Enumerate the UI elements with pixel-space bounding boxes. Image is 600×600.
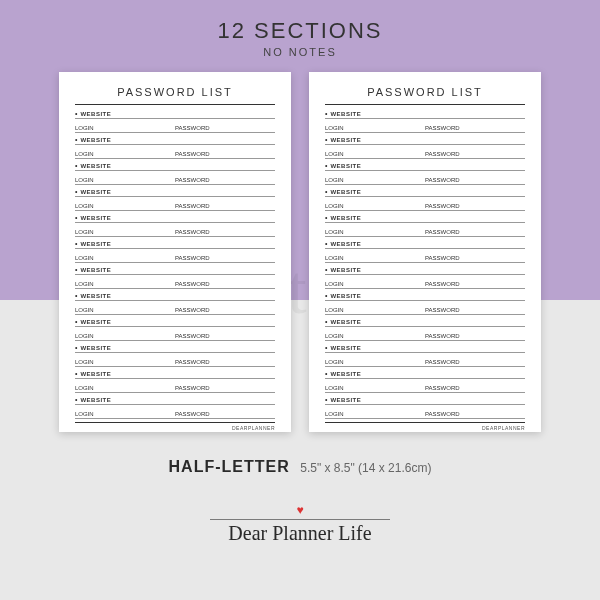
website-row: •WEBSITE xyxy=(325,240,525,249)
website-row: •WEBSITE xyxy=(325,396,525,405)
website-row: •WEBSITE xyxy=(325,214,525,223)
page-footer: DEARPLANNER xyxy=(325,425,525,431)
login-password-row: LOGINPASSWORD xyxy=(325,385,525,393)
website-row: •WEBSITE xyxy=(75,370,275,379)
website-row: •WEBSITE xyxy=(75,240,275,249)
password-section: •WEBSITELOGINPASSWORD xyxy=(75,393,275,419)
login-password-row: LOGINPASSWORD xyxy=(325,359,525,367)
bullet-icon: • xyxy=(75,318,77,325)
brand-block: ♥ Dear Planner Life xyxy=(0,504,600,545)
login-label: LOGIN xyxy=(75,307,175,313)
bullet-icon: • xyxy=(325,396,327,403)
password-section: •WEBSITELOGINPASSWORD xyxy=(325,341,525,367)
login-password-row: LOGINPASSWORD xyxy=(325,125,525,133)
login-label: LOGIN xyxy=(325,151,425,157)
bullet-icon: • xyxy=(75,188,77,195)
login-password-row: LOGINPASSWORD xyxy=(325,151,525,159)
password-section: •WEBSITELOGINPASSWORD xyxy=(75,185,275,211)
website-label: WEBSITE xyxy=(330,345,361,351)
login-label: LOGIN xyxy=(75,385,175,391)
login-password-row: LOGINPASSWORD xyxy=(75,151,275,159)
login-password-row: LOGINPASSWORD xyxy=(75,411,275,419)
sections-container: •WEBSITELOGINPASSWORD•WEBSITELOGINPASSWO… xyxy=(75,107,275,419)
password-section: •WEBSITELOGINPASSWORD xyxy=(75,107,275,133)
password-section: •WEBSITELOGINPASSWORD xyxy=(325,393,525,419)
password-section: •WEBSITELOGINPASSWORD xyxy=(325,185,525,211)
top-rule xyxy=(75,104,275,105)
password-section: •WEBSITELOGINPASSWORD xyxy=(75,159,275,185)
login-password-row: LOGINPASSWORD xyxy=(75,255,275,263)
website-row: •WEBSITE xyxy=(325,318,525,327)
password-label: PASSWORD xyxy=(425,203,525,209)
website-label: WEBSITE xyxy=(330,111,361,117)
website-label: WEBSITE xyxy=(80,215,111,221)
login-label: LOGIN xyxy=(325,255,425,261)
size-dimensions: 5.5" x 8.5" (14 x 21.6cm) xyxy=(300,461,431,475)
password-section: •WEBSITELOGINPASSWORD xyxy=(325,315,525,341)
password-label: PASSWORD xyxy=(175,411,275,417)
bottom-rule xyxy=(325,422,525,423)
login-password-row: LOGINPASSWORD xyxy=(75,385,275,393)
login-password-row: LOGINPASSWORD xyxy=(325,411,525,419)
login-label: LOGIN xyxy=(75,151,175,157)
password-label: PASSWORD xyxy=(425,125,525,131)
password-label: PASSWORD xyxy=(425,229,525,235)
password-section: •WEBSITELOGINPASSWORD xyxy=(75,341,275,367)
login-label: LOGIN xyxy=(325,385,425,391)
password-section: •WEBSITELOGINPASSWORD xyxy=(75,263,275,289)
password-section: •WEBSITELOGINPASSWORD xyxy=(75,367,275,393)
login-label: LOGIN xyxy=(75,359,175,365)
bottom-rule xyxy=(75,422,275,423)
password-label: PASSWORD xyxy=(175,255,275,261)
website-label: WEBSITE xyxy=(330,371,361,377)
password-section: •WEBSITELOGINPASSWORD xyxy=(75,315,275,341)
website-row: •WEBSITE xyxy=(75,214,275,223)
login-password-row: LOGINPASSWORD xyxy=(325,177,525,185)
password-label: PASSWORD xyxy=(425,359,525,365)
page-title: PASSWORD LIST xyxy=(75,86,275,98)
sections-container: •WEBSITELOGINPASSWORD•WEBSITELOGINPASSWO… xyxy=(325,107,525,419)
website-label: WEBSITE xyxy=(330,137,361,143)
password-section: •WEBSITELOGINPASSWORD xyxy=(325,289,525,315)
website-row: •WEBSITE xyxy=(75,292,275,301)
login-password-row: LOGINPASSWORD xyxy=(325,255,525,263)
website-label: WEBSITE xyxy=(330,267,361,273)
login-password-row: LOGINPASSWORD xyxy=(325,203,525,211)
brand-name: Dear Planner Life xyxy=(0,522,600,545)
login-label: LOGIN xyxy=(325,203,425,209)
login-label: LOGIN xyxy=(75,255,175,261)
page-preview-right: PASSWORD LIST •WEBSITELOGINPASSWORD•WEBS… xyxy=(309,72,541,432)
login-label: LOGIN xyxy=(75,333,175,339)
bullet-icon: • xyxy=(75,396,77,403)
password-label: PASSWORD xyxy=(175,229,275,235)
heart-icon: ♥ xyxy=(0,504,600,516)
password-section: •WEBSITELOGINPASSWORD xyxy=(75,289,275,315)
login-label: LOGIN xyxy=(325,411,425,417)
bullet-icon: • xyxy=(75,370,77,377)
bullet-icon: • xyxy=(75,162,77,169)
top-rule xyxy=(325,104,525,105)
login-password-row: LOGINPASSWORD xyxy=(325,333,525,341)
bullet-icon: • xyxy=(75,214,77,221)
password-label: PASSWORD xyxy=(425,281,525,287)
website-label: WEBSITE xyxy=(80,397,111,403)
bullet-icon: • xyxy=(325,318,327,325)
website-row: •WEBSITE xyxy=(75,136,275,145)
bullet-icon: • xyxy=(325,370,327,377)
login-label: LOGIN xyxy=(75,281,175,287)
page-footer: DEARPLANNER xyxy=(75,425,275,431)
bullet-icon: • xyxy=(75,344,77,351)
password-label: PASSWORD xyxy=(175,385,275,391)
login-password-row: LOGINPASSWORD xyxy=(75,307,275,315)
login-label: LOGIN xyxy=(75,125,175,131)
login-password-row: LOGINPASSWORD xyxy=(325,281,525,289)
login-password-row: LOGINPASSWORD xyxy=(75,125,275,133)
bullet-icon: • xyxy=(75,292,77,299)
website-label: WEBSITE xyxy=(80,267,111,273)
website-label: WEBSITE xyxy=(330,319,361,325)
login-password-row: LOGINPASSWORD xyxy=(325,307,525,315)
bullet-icon: • xyxy=(325,214,327,221)
login-label: LOGIN xyxy=(325,125,425,131)
main-title: 12 SECTIONS xyxy=(0,18,600,44)
size-name: HALF-LETTER xyxy=(169,458,290,475)
